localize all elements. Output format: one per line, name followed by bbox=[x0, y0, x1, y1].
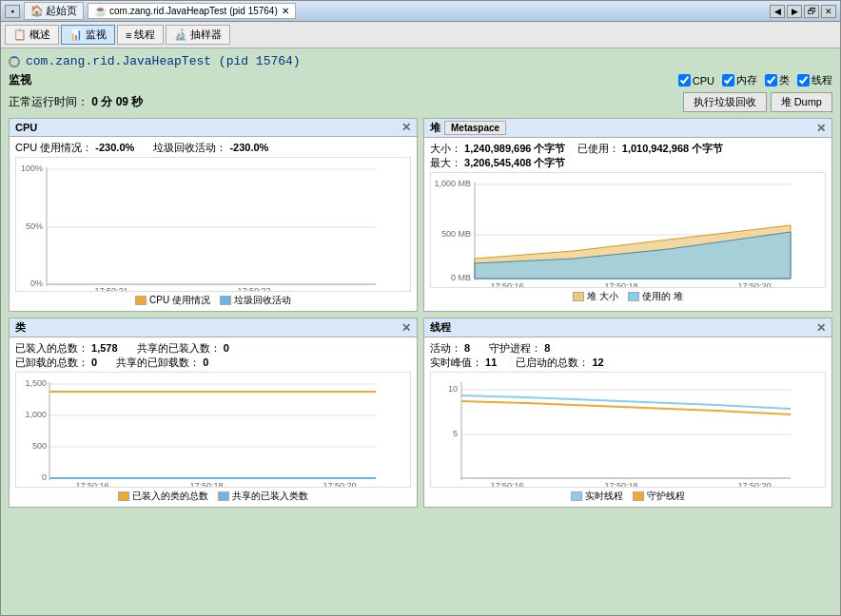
active-text: 活动： bbox=[430, 342, 461, 354]
heap-size-label: 大小： bbox=[430, 143, 461, 154]
maximize-button[interactable]: ▶ bbox=[787, 5, 802, 18]
gc-activity-label: 垃圾回收活动： -230.0% bbox=[153, 141, 268, 155]
tab-process-label: com.zang.rid.JavaHeapTest (pid 15764) bbox=[109, 6, 278, 16]
threads-panel-body: 活动： 8 守护进程： 8 实时峰值： 11 bbox=[424, 337, 831, 507]
loaded-label: 已装入的总数： 1,578 bbox=[15, 341, 118, 356]
sampler-button[interactable]: 🔬 抽样器 bbox=[166, 25, 230, 45]
loaded-text: 已装入的总数： bbox=[15, 342, 88, 354]
cpu-checkbox[interactable]: CPU bbox=[678, 74, 714, 87]
classes-legend-loaded: 已装入的类的总数 bbox=[118, 490, 208, 503]
unloaded-text: 已卸载的总数： bbox=[15, 356, 88, 368]
class-check-input[interactable] bbox=[765, 74, 777, 87]
classes-stats-row1: 已装入的总数： 1,578 共享的已装入数： 0 bbox=[15, 341, 411, 356]
class-checkbox[interactable]: 类 bbox=[765, 73, 790, 87]
gc-button[interactable]: 执行垃圾回收 bbox=[683, 92, 767, 112]
threads-label: 线程 bbox=[134, 28, 155, 42]
cpu-panel-close[interactable]: ✕ bbox=[401, 121, 411, 134]
classes-stats: 已装入的总数： 1,578 共享的已装入数： 0 已卸载的总数： 0 bbox=[15, 341, 411, 370]
threads-legend-daemon: 守护线程 bbox=[633, 490, 685, 503]
heap-legend-used-label: 使用的 堆 bbox=[642, 290, 683, 303]
classes-stats-row2: 已卸载的总数： 0 共享的已卸载数： 0 bbox=[15, 356, 411, 370]
threads-checkbox[interactable]: 线程 bbox=[797, 73, 832, 87]
tab-process[interactable]: ☕ com.zang.rid.JavaHeapTest (pid 15764) … bbox=[88, 3, 296, 19]
shared-unloaded-text: 共享的已卸载数： bbox=[116, 356, 200, 368]
tab-home-label: 起始页 bbox=[46, 4, 77, 18]
classes-panel-header: 类 ✕ bbox=[10, 318, 417, 337]
memory-check-input[interactable] bbox=[722, 74, 734, 87]
checkboxes: CPU 内存 类 线程 bbox=[678, 73, 832, 87]
class-check-label: 类 bbox=[779, 73, 790, 87]
monitor-icon: 📊 bbox=[69, 29, 83, 41]
threads-stats: 活动： 8 守护进程： 8 实时峰值： 11 bbox=[430, 341, 826, 370]
svg-text:17:50:21: 17:50:21 bbox=[94, 286, 127, 291]
system-menu-button[interactable]: ▪ bbox=[5, 5, 20, 18]
svg-text:10: 10 bbox=[448, 384, 458, 394]
heap-panel-close[interactable]: ✕ bbox=[816, 122, 826, 135]
classes-panel-close[interactable]: ✕ bbox=[401, 321, 411, 335]
cpu-legend: CPU 使用情况 垃圾回收活动 bbox=[15, 294, 411, 307]
cpu-panel: CPU ✕ CPU 使用情况： -230.0% 垃圾回收活动： -230.0% bbox=[9, 118, 418, 312]
sampler-label: 抽样器 bbox=[190, 28, 222, 42]
gc-activity-value: -230.0% bbox=[229, 142, 268, 153]
heap-legend-size-label: 堆 大小 bbox=[587, 290, 618, 303]
svg-text:17:50:20: 17:50:20 bbox=[737, 481, 771, 487]
classes-legend-loaded-color bbox=[118, 491, 129, 501]
monitor-button[interactable]: 📊 监视 bbox=[61, 25, 115, 45]
heap-legend-size-color bbox=[573, 292, 584, 301]
cpu-svg: 100% 50% 0% 17:50:21 bbox=[16, 158, 378, 291]
active-value: 8 bbox=[464, 342, 470, 354]
heap-legend-used-color bbox=[628, 292, 639, 301]
heap-panel-body: 大小： 1,240,989,696 个字节 已使用： 1,010,942,968… bbox=[424, 138, 831, 307]
tab-close-icon[interactable]: ✕ bbox=[282, 6, 289, 16]
window-controls: ◀ ▶ 🗗 ✕ bbox=[770, 5, 836, 18]
heap-max-value: 3,206,545,408 个字节 bbox=[464, 157, 565, 168]
heap-panel-title-area: 堆 Metaspace bbox=[430, 121, 506, 135]
threads-button[interactable]: ≡ 线程 bbox=[117, 25, 164, 45]
svg-text:17:50:18: 17:50:18 bbox=[189, 481, 223, 487]
threads-legend-live: 实时线程 bbox=[571, 490, 623, 503]
classes-svg: 1,500 1,000 500 0 bbox=[16, 373, 378, 487]
cpu-legend-usage-color bbox=[135, 296, 147, 305]
heap-stats-row2: 最大： 3,206,545,408 个字节 bbox=[430, 156, 826, 170]
daemon-value: 8 bbox=[544, 342, 550, 354]
heap-legend-used: 使用的 堆 bbox=[628, 290, 683, 303]
classes-chart: 1,500 1,000 500 0 bbox=[15, 372, 411, 488]
tab-home[interactable]: 🏠 起始页 bbox=[24, 2, 84, 20]
shared-loaded-text: 共享的已装入数： bbox=[137, 342, 221, 354]
svg-text:17:50:18: 17:50:18 bbox=[604, 481, 637, 487]
unloaded-value: 0 bbox=[91, 356, 97, 368]
java-icon: ☕ bbox=[94, 5, 108, 17]
svg-text:17:50:16: 17:50:16 bbox=[490, 281, 523, 287]
svg-text:1,500: 1,500 bbox=[25, 378, 47, 388]
heap-svg: 1,000 MB 500 MB 0 MB bbox=[431, 173, 792, 287]
cpu-panel-title: CPU bbox=[15, 122, 37, 133]
close-button[interactable]: ✕ bbox=[821, 5, 836, 18]
cpu-legend-usage-label: CPU 使用情况 bbox=[149, 294, 210, 307]
cpu-check-input[interactable] bbox=[678, 74, 691, 87]
threads-check-input[interactable] bbox=[797, 74, 810, 87]
restore-button[interactable]: 🗗 bbox=[804, 5, 819, 18]
cpu-usage-value: -230.0% bbox=[95, 142, 134, 153]
minimize-button[interactable]: ◀ bbox=[770, 5, 785, 18]
svg-text:17:50:22: 17:50:22 bbox=[237, 286, 270, 291]
app-title-bar: com.zang.rid.JavaHeapTest (pid 15764) bbox=[9, 54, 832, 68]
threads-legend-live-color bbox=[571, 491, 582, 501]
cpu-panel-header: CPU ✕ bbox=[10, 119, 417, 137]
metaspace-tab[interactable]: Metaspace bbox=[444, 121, 506, 135]
svg-text:500: 500 bbox=[32, 441, 47, 451]
heap-dump-button[interactable]: 堆 Dump bbox=[771, 92, 832, 112]
cpu-usage-label: CPU 使用情况： -230.0% bbox=[15, 141, 134, 155]
classes-panel-body: 已装入的总数： 1,578 共享的已装入数： 0 已卸载的总数： 0 bbox=[10, 337, 417, 507]
threads-legend-daemon-label: 守护线程 bbox=[647, 490, 685, 503]
cpu-legend-gc-color bbox=[220, 296, 231, 305]
overview-button[interactable]: 📋 概述 bbox=[5, 25, 59, 45]
cpu-check-label: CPU bbox=[693, 75, 714, 87]
threads-chart: 10 5 bbox=[430, 372, 826, 488]
heap-panel: 堆 Metaspace ✕ 大小： 1,240,989,696 个字节 已使 bbox=[423, 118, 832, 312]
title-bar: ▪ 🏠 起始页 ☕ com.zang.rid.JavaHeapTest (pid… bbox=[1, 1, 840, 22]
started-text: 已启动的总数： bbox=[516, 356, 589, 368]
svg-text:17:50:18: 17:50:18 bbox=[604, 281, 637, 287]
threads-panel-close[interactable]: ✕ bbox=[816, 321, 826, 335]
memory-checkbox[interactable]: 内存 bbox=[722, 73, 757, 87]
active-label: 活动： 8 bbox=[430, 341, 470, 356]
